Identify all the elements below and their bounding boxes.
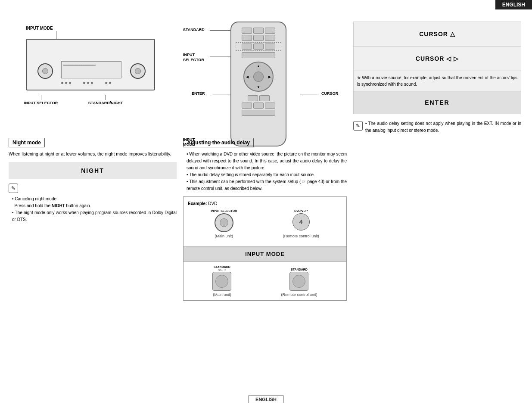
- language-banner-bottom: ENGLISH: [248, 395, 284, 403]
- dots-row: [61, 82, 111, 84]
- language-banner-top: ENGLISH: [495, 0, 532, 9]
- night-mode-heading: Night mode: [9, 138, 45, 147]
- standard-btn-main: [212, 272, 231, 291]
- remote-unit-dvd: DVD/VDP 4 (Remote control unit): [283, 209, 319, 238]
- left-column: INPUT MODE ━━━━━━━━━━━━━━━: [9, 22, 172, 108]
- remote-body: ▲ ▼ ◀ ▶: [230, 22, 286, 146]
- device-diagram: INPUT MODE ━━━━━━━━━━━━━━━: [17, 22, 164, 108]
- main-unit-standard: STANDARD NIGHT (Main unit): [212, 265, 231, 297]
- remote-unit-label-2: (Remote control unit): [281, 293, 317, 297]
- bullet-2: The night mode only works when playing p…: [9, 209, 177, 223]
- input-selector-label-left: INPUT SELECTOR: [22, 95, 60, 105]
- note-asterisk: ※ With a movie source, for example, adju…: [354, 75, 521, 87]
- standard-label: STANDARD: [183, 28, 205, 32]
- example-label: Example: DVD: [188, 201, 342, 206]
- remote-unit-label: (Remote control unit): [283, 234, 319, 238]
- standard-label-main: STANDARD: [212, 265, 231, 268]
- example-box: Example: DVD INPUT SELECTOR (Main unit) …: [183, 196, 347, 301]
- bottom-example-row: STANDARD NIGHT (Main unit) STANDARD (Rem…: [184, 262, 346, 300]
- right-note-container: ✎ • The audio delay setting does not app…: [353, 120, 521, 134]
- input-selector-small-label: INPUT SELECTOR: [211, 209, 237, 212]
- remote-diagram: ▲ ▼ ◀ ▶: [183, 22, 338, 151]
- enter-row: ENTER: [354, 91, 521, 114]
- standard-btn-remote: [289, 272, 308, 291]
- enter-label-remote: ENTER: [192, 91, 205, 96]
- example-inner: Example: DVD INPUT SELECTOR (Main unit) …: [184, 197, 346, 246]
- audio-delay-section: Adjusting the audio delay When watching …: [183, 138, 347, 301]
- night-label: NIGHT: [212, 268, 231, 271]
- right-knob: [130, 63, 146, 79]
- audio-delay-bullet-3: This adjustment can be performed with th…: [183, 178, 347, 192]
- right-column: CURSOR △ CURSOR ◁ ▷ ※ With a movie sourc…: [353, 22, 521, 134]
- audio-delay-bullet-1: When watching a DVD or other video sourc…: [183, 151, 347, 171]
- cursor-box: CURSOR △ CURSOR ◁ ▷ ※ With a movie sourc…: [353, 22, 521, 114]
- bullet-1: Canceling night mode: Press and hold the…: [9, 196, 177, 209]
- audio-delay-bullets: When watching a DVD or other video sourc…: [183, 151, 347, 192]
- dvd-label: DVD/VDP: [283, 209, 319, 212]
- left-knob: [37, 63, 53, 79]
- display-area: ━━━━━━━━━━━━━━━: [61, 61, 121, 78]
- finger-icon: 4: [292, 213, 310, 232]
- standard-night-label: STANDARD/NIGHT: [82, 95, 129, 105]
- middle-column: ▲ ▼ ◀ ▶: [183, 22, 347, 151]
- input-mode-label: INPUT MODE: [26, 26, 53, 31]
- cursor-label-remote: CURSOR: [321, 91, 338, 96]
- cursor-lr-row: CURSOR ◁ ▷: [354, 47, 521, 71]
- main-unit-label-2: (Main unit): [212, 293, 231, 297]
- night-mode-text: When listening at night or at lower volu…: [9, 151, 177, 158]
- remote-unit-standard: STANDARD (Remote control unit): [281, 268, 317, 297]
- dpad: ▲ ▼ ◀ ▶: [243, 62, 274, 92]
- main-unit-input-selector: INPUT SELECTOR (Main unit): [211, 209, 237, 238]
- pencil-icon: ✎: [9, 184, 18, 193]
- input-mode-display: INPUT MODE: [184, 246, 346, 262]
- night-mode-section: Night mode When listening at night or at…: [9, 138, 177, 223]
- main-unit-label: (Main unit): [211, 234, 237, 238]
- night-mode-bullets: Canceling night mode: Press and hold the…: [9, 196, 177, 223]
- cursor-up-row: CURSOR △: [354, 22, 521, 47]
- example-row-1: INPUT SELECTOR (Main unit) DVD/VDP 4 (Re…: [188, 209, 342, 238]
- night-display: NIGHT: [9, 162, 177, 179]
- audio-delay-heading: Adjusting the audio delay: [183, 138, 254, 147]
- standard-label-remote: STANDARD: [281, 268, 317, 271]
- right-note: ✎ • The audio delay setting does not app…: [353, 120, 521, 134]
- input-selector-label-remote: INPUTSELECTOR: [183, 53, 204, 62]
- pencil-icon-right: ✎: [353, 121, 363, 131]
- device-box: ━━━━━━━━━━━━━━━: [26, 39, 155, 90]
- audio-delay-bullet-2: The audio delay setting is stored separa…: [183, 171, 347, 178]
- bottom-note-text: • The audio delay setting does not apply…: [365, 120, 521, 134]
- main-knob-icon: [215, 213, 233, 232]
